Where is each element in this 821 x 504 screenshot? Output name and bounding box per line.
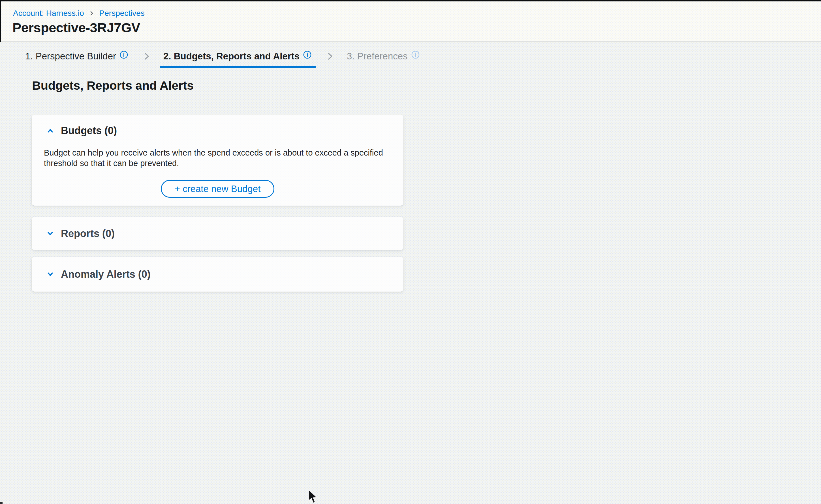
chevron-up-icon[interactable] <box>46 126 55 135</box>
breadcrumb-account-link[interactable]: Account: Harness.io <box>13 8 84 18</box>
breadcrumb: Account: Harness.io Perspectives <box>13 8 145 18</box>
chevron-down-icon[interactable] <box>46 270 55 279</box>
info-icon[interactable] <box>303 52 312 61</box>
section-heading: Budgets, Reports and Alerts <box>32 79 193 92</box>
wizard-tab-bar: 1. Perspective Builder 2. Budgets, Repor… <box>25 45 420 68</box>
info-icon <box>411 52 420 61</box>
page-header: Account: Harness.io Perspectives Perspec… <box>0 0 821 42</box>
tab-chevron-right-icon <box>142 51 151 61</box>
budgets-card-header[interactable]: Budgets (0) <box>32 115 403 137</box>
tab-perspective-builder-label: 1. Perspective Builder <box>25 51 116 62</box>
tab-chevron-right-icon <box>325 51 335 61</box>
breadcrumb-separator-icon <box>89 10 95 16</box>
reports-card: Reports (0) <box>32 217 403 250</box>
tab-preferences[interactable]: 3. Preferences <box>347 45 420 68</box>
reports-card-title: Reports (0) <box>61 228 115 240</box>
reports-card-header[interactable]: Reports (0) <box>32 217 403 250</box>
anomaly-alerts-card-title: Anomaly Alerts (0) <box>61 268 150 280</box>
create-new-budget-button[interactable]: + create new Budget <box>161 180 275 198</box>
tab-preferences-label: 3. Preferences <box>347 51 408 62</box>
screenshot-top-edge <box>0 0 821 1</box>
screenshot-corner-mark <box>0 502 3 504</box>
tab-perspective-builder[interactable]: 1. Perspective Builder <box>25 45 128 68</box>
info-icon[interactable] <box>119 52 128 61</box>
anomaly-alerts-card: Anomaly Alerts (0) <box>32 257 403 292</box>
tab-budgets-reports-alerts-label: 2. Budgets, Reports and Alerts <box>163 51 300 62</box>
page-title: Perspective-3RJ7GV <box>12 20 140 35</box>
budgets-description: Budget can help you receive alerts when … <box>44 148 392 169</box>
budgets-card: Budgets (0) Budget can help you receive … <box>32 115 403 206</box>
budgets-card-title: Budgets (0) <box>61 125 117 137</box>
screenshot-left-edge <box>0 0 1 42</box>
tab-budgets-reports-alerts[interactable]: 2. Budgets, Reports and Alerts <box>163 45 312 68</box>
anomaly-alerts-card-header[interactable]: Anomaly Alerts (0) <box>32 257 403 292</box>
chevron-down-icon[interactable] <box>46 229 55 238</box>
breadcrumb-perspectives-link[interactable]: Perspectives <box>99 8 145 18</box>
